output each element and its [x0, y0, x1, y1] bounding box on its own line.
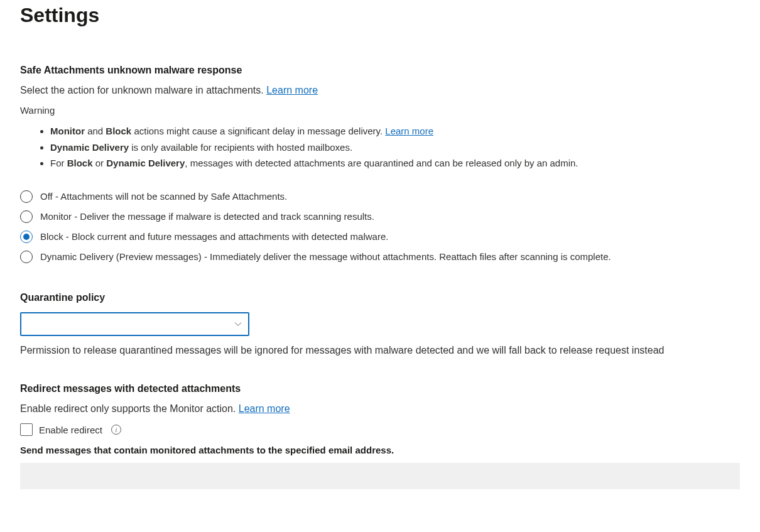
radio-icon	[20, 231, 33, 243]
radio-option-off[interactable]: Off - Attachments will not be scanned by…	[20, 187, 740, 207]
radio-label-monitor: Monitor - Deliver the message if malware…	[40, 211, 374, 222]
radio-icon	[20, 190, 33, 203]
warning-text: is only available for recipients with ho…	[129, 142, 352, 153]
enable-redirect-label: Enable redirect	[39, 425, 102, 435]
quarantine-helper-text: Permission to release quarantined messag…	[20, 342, 740, 359]
radio-option-dynamic-delivery[interactable]: Dynamic Delivery (Preview messages) - Im…	[20, 247, 740, 267]
warning-bold-dynamic2: Dynamic Delivery	[106, 158, 185, 168]
warning-label: Warning	[20, 105, 740, 116]
radio-label-block: Block - Block current and future message…	[40, 231, 388, 242]
warning-bold-block: Block	[106, 126, 131, 136]
warning-item-monitor-block: Monitor and Block actions might cause a …	[50, 123, 740, 139]
radio-icon	[20, 251, 33, 263]
quarantine-policy-heading: Quarantine policy	[20, 292, 740, 303]
warning-text: For	[50, 158, 67, 168]
safe-attachments-description: Select the action for unknown malware in…	[20, 85, 740, 96]
page-title: Settings	[20, 4, 740, 27]
chevron-down-icon	[234, 320, 242, 328]
send-messages-label: Send messages that contain monitored att…	[20, 445, 740, 455]
redirect-section: Redirect messages with detected attachme…	[20, 383, 740, 489]
enable-redirect-checkbox[interactable]	[20, 423, 33, 436]
warning-text: and	[85, 126, 106, 136]
warning-learn-more-link[interactable]: Learn more	[385, 126, 433, 136]
info-icon[interactable]: i	[111, 425, 121, 435]
safe-attachments-section: Safe Attachments unknown malware respons…	[20, 65, 740, 267]
warning-item-quarantine: For Block or Dynamic Delivery, messages …	[50, 155, 740, 171]
warning-bold-block2: Block	[67, 158, 93, 168]
redirect-heading: Redirect messages with detected attachme…	[20, 383, 740, 394]
safe-attachments-learn-more-link[interactable]: Learn more	[266, 85, 318, 95]
redirect-description: Enable redirect only supports the Monito…	[20, 403, 740, 415]
warning-list: Monitor and Block actions might cause a …	[20, 123, 740, 171]
warning-item-dynamic-delivery: Dynamic Delivery is only available for r…	[50, 139, 740, 156]
safe-attachments-desc-text: Select the action for unknown malware in…	[20, 85, 266, 95]
warning-bold-monitor: Monitor	[50, 126, 85, 136]
malware-response-radio-group: Off - Attachments will not be scanned by…	[20, 187, 740, 267]
redirect-desc-text: Enable redirect only supports the Monito…	[20, 403, 239, 414]
safe-attachments-heading: Safe Attachments unknown malware respons…	[20, 65, 740, 76]
radio-label-off: Off - Attachments will not be scanned by…	[40, 191, 287, 202]
radio-label-dynamic: Dynamic Delivery (Preview messages) - Im…	[40, 251, 611, 262]
quarantine-policy-dropdown[interactable]	[20, 312, 249, 336]
quarantine-policy-section: Quarantine policy Permission to release …	[20, 292, 740, 359]
redirect-email-input[interactable]	[20, 463, 740, 489]
radio-option-monitor[interactable]: Monitor - Deliver the message if malware…	[20, 207, 740, 227]
redirect-learn-more-link[interactable]: Learn more	[239, 403, 290, 414]
warning-text: , messages with detected attachments are…	[185, 158, 578, 168]
warning-bold-dynamic: Dynamic Delivery	[50, 142, 129, 153]
enable-redirect-row: Enable redirect i	[20, 423, 740, 436]
warning-text: actions might cause a significant delay …	[131, 126, 385, 136]
radio-option-block[interactable]: Block - Block current and future message…	[20, 227, 740, 247]
radio-icon	[20, 210, 33, 223]
warning-text: or	[93, 158, 107, 168]
